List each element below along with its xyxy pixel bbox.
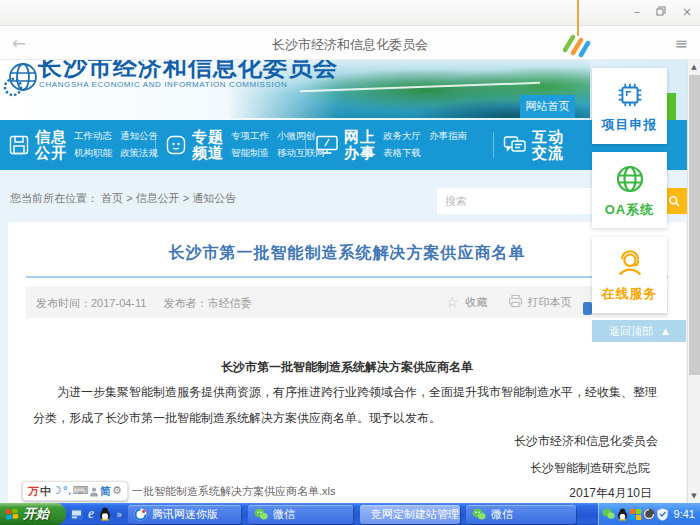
nav-label: 信息 xyxy=(35,129,67,145)
page-viewport: 长沙市经济和信息化委员会 CHANGSHA ECONOMIC AND INFOR… xyxy=(0,60,687,503)
tray-qq-icon[interactable] xyxy=(617,508,628,521)
ime-simplified-icon[interactable]: 简 xyxy=(100,482,111,500)
ime-settings-gear-icon[interactable]: ⚙ xyxy=(112,482,122,500)
ie-icon[interactable]: e xyxy=(88,506,94,522)
print-button[interactable]: 打印本页 xyxy=(528,295,572,310)
article-card: 长沙市第一批智能制造系统解决方案供应商名单 发布时间：2017-04-11 发布… xyxy=(8,222,686,503)
ime-chinese-mode-icon[interactable]: 中 xyxy=(40,482,51,500)
ime-fullwidth-moon-icon[interactable]: ☽ xyxy=(52,482,62,500)
start-label: 开始 xyxy=(23,505,49,523)
start-button[interactable]: 开始 xyxy=(0,503,66,525)
nav-label: 交流 xyxy=(532,145,564,161)
publisher-label: 发布者： xyxy=(164,297,208,309)
publish-info: 发布时间：2017-04-11 发布者：市经信委 xyxy=(36,296,252,311)
show-desktop-icon[interactable] xyxy=(70,508,83,520)
taskbar-task-tencent-mini[interactable]: 腾讯网迷你版 xyxy=(128,505,241,524)
ime-user-icon[interactable] xyxy=(89,486,99,497)
nav-sub-link[interactable]: 通知公告 xyxy=(120,130,158,143)
breadcrumb-home-link[interactable]: 首页 xyxy=(101,192,123,204)
article-paragraph: 为进一步集聚智能制造服务提供商资源，有序推进跨行业跨领域合作，全面提升我市智能制… xyxy=(33,379,663,431)
nav-sub-link[interactable]: 办事指南 xyxy=(429,130,467,143)
breadcrumb-prefix: 您当前所在位置： xyxy=(10,192,98,204)
scrollbar[interactable]: ▲ ▼ xyxy=(687,60,700,503)
nav-sub-link[interactable]: 智能制造 xyxy=(231,147,269,160)
scrollbar-down-arrow[interactable]: ▼ xyxy=(688,489,700,503)
breadcrumb-separator: > xyxy=(126,192,132,204)
nav-divider xyxy=(493,132,494,158)
taskbar-task-jingwang-admin[interactable]: e 竞网定制建站管理... xyxy=(360,505,460,524)
headset-icon xyxy=(613,247,647,281)
nav-group-interact[interactable]: 互动交流 xyxy=(503,120,564,170)
signature-org1: 长沙市经济和信息化委员会 xyxy=(514,433,658,450)
breadcrumb: 您当前所在位置： 首页 > 信息公开 > 通知公告 xyxy=(10,191,236,206)
attachment-link[interactable]: 一批智能制造系统解决方案供应商名单.xls xyxy=(132,484,336,499)
nav-sub-link[interactable]: 表格下载 xyxy=(383,147,421,160)
monitor-icon xyxy=(315,134,339,156)
ime-keyboard-icon[interactable]: ⌨ xyxy=(73,482,89,500)
restore-icon xyxy=(656,6,666,16)
taskbar-task-wechat-2[interactable]: 微信 xyxy=(466,505,576,524)
nav-sub-link[interactable]: 专项工作 xyxy=(231,130,269,143)
nav-sub-link[interactable]: 机构职能 xyxy=(74,147,112,160)
windows-flag-icon xyxy=(5,508,19,521)
print-icon[interactable] xyxy=(508,294,523,310)
close-button[interactable]: × xyxy=(682,4,692,20)
nav-sub-link[interactable]: 小微两创 xyxy=(277,130,315,143)
back-to-top-button[interactable]: 返回顶部 ▲ xyxy=(592,320,686,342)
favorite-star-icon[interactable]: ☆ xyxy=(446,294,459,310)
disk-icon xyxy=(8,134,30,156)
home-tab[interactable]: 网站首页 xyxy=(520,95,575,118)
screen: – × ← 长沙市经济和信息化委员会 ≡ xyxy=(0,0,700,525)
nav-group-info[interactable]: 信息公开 工作动态 通知公告 机构职能 政策法规 xyxy=(8,120,158,170)
nav-divider xyxy=(305,132,306,158)
task-label: 竞网定制建站管理... xyxy=(371,507,460,522)
favorite-button[interactable]: 收藏 xyxy=(466,295,488,310)
nav-label: 网上 xyxy=(344,129,376,145)
article-meta-bar: 发布时间：2017-04-11 发布者：市经信委 ☆ 收藏 打印本页 xyxy=(26,286,668,318)
up-triangle-icon: ▲ xyxy=(662,326,669,336)
breadcrumb-level1-link[interactable]: 信息公开 xyxy=(136,192,180,204)
ime-wan-icon[interactable]: 万 xyxy=(28,482,39,500)
globe-icon xyxy=(612,161,648,197)
back-to-top-label: 返回顶部 xyxy=(609,324,653,339)
nav-sub-link[interactable]: 政策法规 xyxy=(120,147,158,160)
article-body-heading: 长沙市第一批智能制造系统解决方案供应商名单 xyxy=(8,359,686,376)
nav-group-services[interactable]: 网上办事 政务大厅 办事指南 表格下载 xyxy=(315,120,467,170)
nav-group-topics[interactable]: 专题频道 专项工作 小微两创 智能制造 移动互联网 xyxy=(165,120,325,170)
task-label: 微信 xyxy=(273,507,295,522)
nav-sub-link[interactable]: 工作动态 xyxy=(74,130,112,143)
scrollbar-thumb[interactable] xyxy=(689,75,700,375)
taskbar: 开始 e » 腾讯网迷你版 微信 e 竞网定制建站管理... 微信 xyxy=(0,503,700,525)
nav-label: 专题 xyxy=(192,129,224,145)
taskbar-task-wechat[interactable]: 微信 xyxy=(248,505,353,524)
oa-system-button[interactable]: OA系统 xyxy=(592,152,667,228)
qq-icon[interactable] xyxy=(99,507,111,521)
quick-launch-overflow-icon[interactable]: » xyxy=(116,509,122,520)
org-name-en: CHANGSHA ECONOMIC AND INFORMATION COMMIS… xyxy=(39,80,288,89)
nav-sub-link[interactable]: 政务大厅 xyxy=(383,130,421,143)
pendant-cord xyxy=(577,0,579,36)
restore-button[interactable] xyxy=(656,4,666,20)
nav-label: 互动 xyxy=(532,129,564,145)
ime-punctuation-icon[interactable]: °, xyxy=(63,482,72,500)
tray-wechat-icon[interactable] xyxy=(602,508,615,520)
minimize-button[interactable]: – xyxy=(634,4,640,20)
nav-label: 频道 xyxy=(192,145,224,161)
tray-shield-icon[interactable] xyxy=(657,508,668,521)
online-service-button[interactable]: 在线服务 xyxy=(592,237,667,313)
channel-icon xyxy=(165,134,187,156)
share-icon[interactable] xyxy=(583,302,592,315)
project-declare-button[interactable]: 项目申报 xyxy=(592,68,667,144)
quick-launch: e » xyxy=(70,503,122,525)
chat-icon xyxy=(503,134,527,156)
tray-ime-icon[interactable] xyxy=(643,508,655,520)
publish-time: 2017-04-11 xyxy=(91,297,146,309)
breadcrumb-level2-link[interactable]: 通知公告 xyxy=(192,192,236,204)
chip-icon xyxy=(613,78,647,112)
menu-icon[interactable]: ≡ xyxy=(675,34,688,53)
ime-toolbar: 万 中 ☽ °, ⌨ 简 ⚙ xyxy=(22,481,128,501)
scrollbar-up-arrow[interactable]: ▲ xyxy=(688,60,700,74)
browser-page-title: 长沙市经济和信息化委员会 xyxy=(0,36,700,54)
wechat-icon xyxy=(472,508,486,521)
tray-grid-icon[interactable] xyxy=(630,509,641,520)
